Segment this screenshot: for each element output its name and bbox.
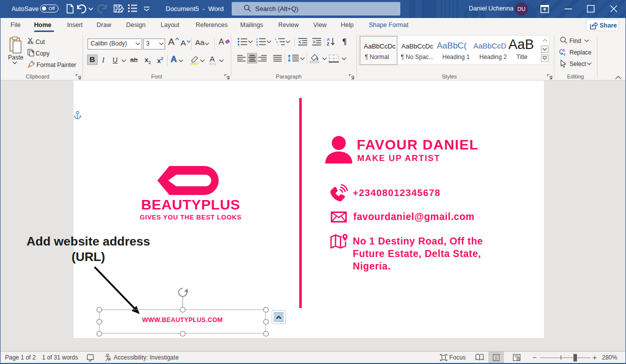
svg-text:c: c bbox=[563, 52, 566, 56]
svg-text:3: 3 bbox=[256, 44, 258, 46]
svg-text:Z: Z bbox=[327, 42, 329, 46]
svg-text:i: i bbox=[278, 44, 278, 46]
